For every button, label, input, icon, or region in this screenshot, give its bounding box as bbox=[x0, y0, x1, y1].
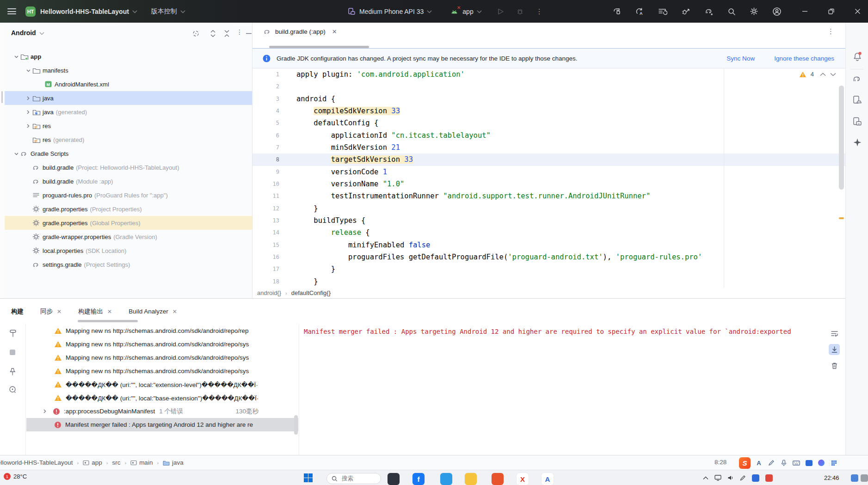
code-line-6[interactable]: 6 applicationId "cn.itcast.tablelayout" bbox=[252, 129, 845, 141]
a-app[interactable]: A bbox=[542, 473, 554, 485]
caret-position[interactable]: 8:28 bbox=[714, 459, 726, 466]
collapse-all-icon[interactable] bbox=[223, 30, 230, 37]
taskbar-clock[interactable]: 22:46 bbox=[824, 474, 839, 481]
tree-item-gradle-properties[interactable]: gradle.properties(Global Properties) bbox=[5, 216, 252, 230]
status-crumb-main[interactable]: main bbox=[130, 459, 153, 466]
code-line-2[interactable]: 2 bbox=[252, 80, 845, 92]
notifications-icon[interactable] bbox=[852, 51, 862, 61]
file-explorer[interactable] bbox=[465, 473, 477, 485]
code-line-12[interactable]: 12 } bbox=[252, 203, 845, 215]
settings-icon[interactable] bbox=[750, 7, 758, 16]
minimize-icon[interactable] bbox=[802, 8, 808, 14]
device-selector[interactable]: Medium Phone API 33 bbox=[348, 7, 432, 15]
close-icon[interactable]: ✕ bbox=[57, 308, 62, 315]
tree-chevron-icon[interactable] bbox=[12, 152, 20, 155]
code-line-14[interactable]: 14 release { bbox=[252, 227, 845, 239]
prev-warning-icon[interactable] bbox=[820, 73, 826, 76]
tree-item-res[interactable]: res bbox=[5, 119, 252, 133]
editor-scrollbar[interactable] bbox=[838, 68, 844, 288]
debug-icon[interactable] bbox=[516, 7, 524, 15]
build-variants-icon[interactable] bbox=[658, 7, 667, 16]
running-devices-icon[interactable] bbox=[852, 117, 862, 127]
main-menu-icon[interactable] bbox=[7, 8, 16, 14]
tab-build-output[interactable]: 构建输出✕ bbox=[78, 307, 112, 316]
tree-item-proguard-rules-pro[interactable]: proguard-rules.pro(ProGuard Rules for ":… bbox=[5, 188, 252, 202]
grid-icon[interactable] bbox=[830, 460, 838, 466]
code-editor[interactable]: 1apply plugin: 'com.android.application'… bbox=[252, 68, 845, 288]
breadcrumb-defaultconfig[interactable]: defaultConfig{} bbox=[291, 289, 331, 296]
expand-all-icon[interactable] bbox=[209, 30, 216, 37]
rerun-build-icon[interactable] bbox=[8, 329, 18, 338]
speaker-icon[interactable] bbox=[727, 475, 734, 481]
code-line-1[interactable]: 1apply plugin: 'com.android.application' bbox=[252, 68, 845, 80]
ignore-changes-link[interactable]: Ignore these changes bbox=[774, 55, 834, 62]
editor-more-icon[interactable]: ⋮ bbox=[827, 30, 834, 32]
build-row-5[interactable]: �����ДК�� (uri:"", local:"extension-leve… bbox=[26, 378, 298, 391]
tree-item-app[interactable]: app bbox=[5, 49, 252, 63]
stop-icon[interactable] bbox=[8, 348, 17, 356]
pen-tray-icon[interactable] bbox=[740, 475, 746, 481]
tree-item-gradle-properties[interactable]: gradle.properties(Project Properties) bbox=[5, 202, 252, 216]
restore-icon[interactable] bbox=[828, 8, 834, 14]
tree-chevron-icon[interactable] bbox=[12, 55, 20, 58]
run-config-selector[interactable]: ✕ app bbox=[450, 8, 481, 15]
build-row-3[interactable]: Mapping new ns http://schemas.android.co… bbox=[26, 351, 298, 364]
code-line-5[interactable]: 5 defaultConfig { bbox=[252, 117, 845, 129]
gradle-sync-icon[interactable] bbox=[704, 7, 714, 16]
next-warning-icon[interactable] bbox=[830, 73, 836, 76]
tree-item-res[interactable]: res(generated) bbox=[5, 133, 252, 147]
code-line-9[interactable]: 9 versionCode 1 bbox=[252, 166, 845, 178]
tree-item-manifests[interactable]: manifests bbox=[5, 63, 252, 77]
red-x-app[interactable]: X bbox=[517, 473, 529, 485]
search-everywhere-icon[interactable] bbox=[727, 7, 736, 16]
close-icon[interactable]: ✕ bbox=[107, 308, 112, 315]
tab-scrollbar[interactable] bbox=[269, 46, 369, 48]
build-row-6[interactable]: �����ДК�� (uri:"", local:"base-extension… bbox=[26, 391, 298, 405]
latin-mode-icon[interactable]: A bbox=[755, 460, 763, 467]
pin-icon[interactable] bbox=[8, 367, 17, 376]
run-icon[interactable] bbox=[497, 8, 504, 15]
account-icon[interactable] bbox=[772, 7, 782, 16]
more-actions-icon[interactable]: ⋮ bbox=[536, 10, 543, 12]
tree-chevron-icon[interactable] bbox=[24, 110, 32, 114]
build-tree-scrollbar[interactable] bbox=[294, 415, 298, 435]
tree-chevron-icon[interactable] bbox=[24, 96, 32, 100]
tab-close-icon[interactable]: ✕ bbox=[332, 28, 337, 35]
toolbox-icon[interactable] bbox=[805, 460, 813, 466]
stripe-handle[interactable] bbox=[1, 91, 3, 103]
tree-item-settings-gradle[interactable]: settings.gradle(Project Settings) bbox=[5, 258, 252, 271]
code-line-7[interactable]: 7 minSdkVersion 21 bbox=[252, 141, 845, 153]
pen-icon[interactable] bbox=[767, 460, 776, 466]
tree-item-java[interactable]: ✱java(generated) bbox=[5, 105, 252, 119]
tree-item-build-gradle[interactable]: build.gradle(Project: Helloworld-HHS-Tab… bbox=[5, 160, 252, 174]
project-view-selector[interactable]: Android bbox=[11, 29, 44, 37]
sync-now-link[interactable]: Sync Now bbox=[726, 55, 755, 62]
build-row-4[interactable]: Mapping new ns http://schemas.android.co… bbox=[26, 364, 298, 378]
row-chevron-icon[interactable] bbox=[43, 409, 53, 413]
build-row-2[interactable]: Mapping new ns http://schemas.android.co… bbox=[26, 338, 298, 351]
tab-build-gradle[interactable]: build.gradle (:app) ✕ bbox=[264, 28, 337, 35]
tray-extra-gray[interactable] bbox=[861, 474, 868, 482]
orange-app[interactable] bbox=[492, 473, 504, 485]
tree-item-java[interactable]: java bbox=[5, 91, 252, 105]
code-line-10[interactable]: 10 versionName "1.0" bbox=[252, 178, 845, 190]
dark-app[interactable] bbox=[388, 473, 400, 485]
profiler-icon[interactable] bbox=[681, 7, 690, 16]
soft-wrap-icon[interactable] bbox=[829, 328, 840, 339]
build-row-8[interactable]: Manifest merger failed : Apps targeting … bbox=[26, 418, 298, 431]
weather-widget[interactable]: 1 28°C bbox=[4, 473, 27, 480]
close-icon[interactable] bbox=[855, 8, 861, 14]
filter-icon[interactable] bbox=[8, 385, 17, 394]
scrollbar-thumb[interactable] bbox=[839, 86, 844, 190]
tab-build-analyzer[interactable]: Build Analyzer✕ bbox=[129, 308, 177, 315]
build-row-1[interactable]: Mapping new ns http://schemas.android.co… bbox=[26, 324, 298, 338]
tree-item-gradle-scripts[interactable]: Gradle Scripts bbox=[5, 147, 252, 160]
gemini-icon[interactable] bbox=[852, 137, 862, 147]
build-row-7[interactable]: :app:processDebugMainManifest1 个错误130毫秒 bbox=[26, 405, 298, 418]
clear-icon[interactable] bbox=[829, 360, 840, 371]
code-line-17[interactable]: 17 } bbox=[252, 263, 845, 275]
close-icon[interactable]: ✕ bbox=[172, 308, 177, 315]
tree-item-local-properties[interactable]: local.properties(SDK Location) bbox=[5, 244, 252, 258]
apply-changes-icon[interactable]: A bbox=[635, 7, 644, 16]
gradle-tool-icon[interactable] bbox=[852, 74, 862, 84]
